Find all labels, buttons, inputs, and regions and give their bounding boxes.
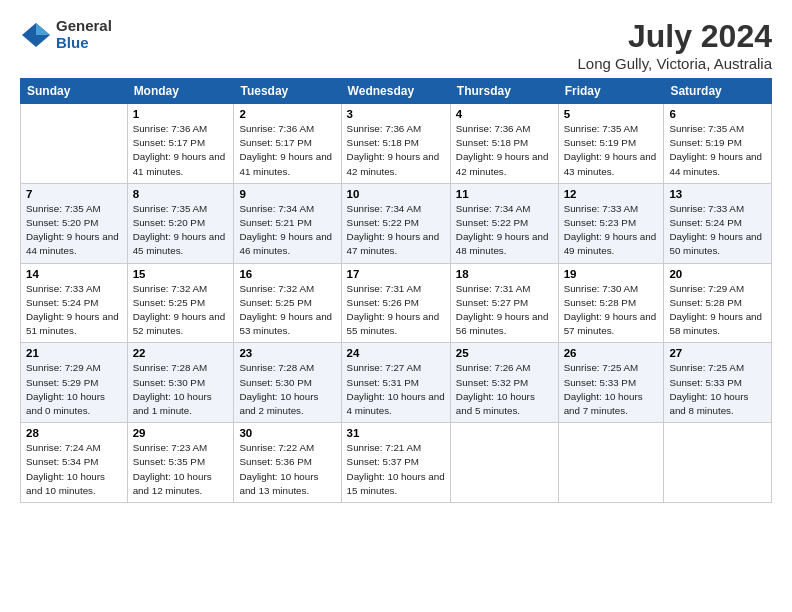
table-row: 17 Sunrise: 7:31 AMSunset: 5:26 PMDaylig…: [341, 263, 450, 343]
table-row: [450, 423, 558, 503]
day-number: 2: [239, 108, 335, 120]
day-number: 6: [669, 108, 766, 120]
day-info: Sunrise: 7:25 AMSunset: 5:33 PMDaylight:…: [564, 362, 643, 416]
day-info: Sunrise: 7:28 AMSunset: 5:30 PMDaylight:…: [239, 362, 318, 416]
table-row: 5 Sunrise: 7:35 AMSunset: 5:19 PMDayligh…: [558, 104, 664, 184]
table-row: 30 Sunrise: 7:22 AMSunset: 5:36 PMDaylig…: [234, 423, 341, 503]
day-number: 10: [347, 188, 445, 200]
calendar-week-row: 21 Sunrise: 7:29 AMSunset: 5:29 PMDaylig…: [21, 343, 772, 423]
day-info: Sunrise: 7:26 AMSunset: 5:32 PMDaylight:…: [456, 362, 535, 416]
table-row: [664, 423, 772, 503]
day-number: 30: [239, 427, 335, 439]
day-info: Sunrise: 7:21 AMSunset: 5:37 PMDaylight:…: [347, 442, 445, 496]
day-number: 19: [564, 268, 659, 280]
table-row: 28 Sunrise: 7:24 AMSunset: 5:34 PMDaylig…: [21, 423, 128, 503]
table-row: 7 Sunrise: 7:35 AMSunset: 5:20 PMDayligh…: [21, 183, 128, 263]
day-info: Sunrise: 7:33 AMSunset: 5:24 PMDaylight:…: [26, 283, 119, 337]
day-number: 24: [347, 347, 445, 359]
table-row: 3 Sunrise: 7:36 AMSunset: 5:18 PMDayligh…: [341, 104, 450, 184]
day-info: Sunrise: 7:35 AMSunset: 5:20 PMDaylight:…: [133, 203, 226, 257]
day-info: Sunrise: 7:36 AMSunset: 5:17 PMDaylight:…: [239, 123, 332, 177]
day-info: Sunrise: 7:31 AMSunset: 5:26 PMDaylight:…: [347, 283, 440, 337]
table-row: [21, 104, 128, 184]
day-number: 11: [456, 188, 553, 200]
table-row: 27 Sunrise: 7:25 AMSunset: 5:33 PMDaylig…: [664, 343, 772, 423]
day-info: Sunrise: 7:34 AMSunset: 5:21 PMDaylight:…: [239, 203, 332, 257]
day-number: 25: [456, 347, 553, 359]
day-number: 18: [456, 268, 553, 280]
day-number: 20: [669, 268, 766, 280]
table-row: 20 Sunrise: 7:29 AMSunset: 5:28 PMDaylig…: [664, 263, 772, 343]
day-number: 17: [347, 268, 445, 280]
day-info: Sunrise: 7:28 AMSunset: 5:30 PMDaylight:…: [133, 362, 212, 416]
table-row: 6 Sunrise: 7:35 AMSunset: 5:19 PMDayligh…: [664, 104, 772, 184]
header-monday: Monday: [127, 79, 234, 104]
day-info: Sunrise: 7:30 AMSunset: 5:28 PMDaylight:…: [564, 283, 657, 337]
day-info: Sunrise: 7:33 AMSunset: 5:24 PMDaylight:…: [669, 203, 762, 257]
day-info: Sunrise: 7:31 AMSunset: 5:27 PMDaylight:…: [456, 283, 549, 337]
calendar-table: Sunday Monday Tuesday Wednesday Thursday…: [20, 78, 772, 503]
logo-general-text: General: [56, 18, 112, 35]
day-info: Sunrise: 7:36 AMSunset: 5:18 PMDaylight:…: [347, 123, 440, 177]
calendar-week-row: 28 Sunrise: 7:24 AMSunset: 5:34 PMDaylig…: [21, 423, 772, 503]
day-info: Sunrise: 7:35 AMSunset: 5:20 PMDaylight:…: [26, 203, 119, 257]
day-info: Sunrise: 7:34 AMSunset: 5:22 PMDaylight:…: [456, 203, 549, 257]
header-saturday: Saturday: [664, 79, 772, 104]
table-row: 14 Sunrise: 7:33 AMSunset: 5:24 PMDaylig…: [21, 263, 128, 343]
table-row: 11 Sunrise: 7:34 AMSunset: 5:22 PMDaylig…: [450, 183, 558, 263]
day-info: Sunrise: 7:33 AMSunset: 5:23 PMDaylight:…: [564, 203, 657, 257]
table-row: 12 Sunrise: 7:33 AMSunset: 5:23 PMDaylig…: [558, 183, 664, 263]
table-row: [558, 423, 664, 503]
day-number: 4: [456, 108, 553, 120]
day-number: 27: [669, 347, 766, 359]
day-info: Sunrise: 7:32 AMSunset: 5:25 PMDaylight:…: [239, 283, 332, 337]
day-number: 21: [26, 347, 122, 359]
calendar-week-row: 1 Sunrise: 7:36 AMSunset: 5:17 PMDayligh…: [21, 104, 772, 184]
table-row: 9 Sunrise: 7:34 AMSunset: 5:21 PMDayligh…: [234, 183, 341, 263]
logo-text: General Blue: [56, 18, 112, 51]
calendar-header-row: Sunday Monday Tuesday Wednesday Thursday…: [21, 79, 772, 104]
table-row: 1 Sunrise: 7:36 AMSunset: 5:17 PMDayligh…: [127, 104, 234, 184]
subtitle: Long Gully, Victoria, Australia: [577, 55, 772, 72]
day-number: 22: [133, 347, 229, 359]
day-number: 29: [133, 427, 229, 439]
title-block: July 2024 Long Gully, Victoria, Australi…: [577, 18, 772, 72]
day-info: Sunrise: 7:22 AMSunset: 5:36 PMDaylight:…: [239, 442, 318, 496]
table-row: 13 Sunrise: 7:33 AMSunset: 5:24 PMDaylig…: [664, 183, 772, 263]
table-row: 16 Sunrise: 7:32 AMSunset: 5:25 PMDaylig…: [234, 263, 341, 343]
table-row: 8 Sunrise: 7:35 AMSunset: 5:20 PMDayligh…: [127, 183, 234, 263]
main-title: July 2024: [577, 18, 772, 55]
table-row: 29 Sunrise: 7:23 AMSunset: 5:35 PMDaylig…: [127, 423, 234, 503]
header-wednesday: Wednesday: [341, 79, 450, 104]
day-number: 26: [564, 347, 659, 359]
header-sunday: Sunday: [21, 79, 128, 104]
day-info: Sunrise: 7:36 AMSunset: 5:18 PMDaylight:…: [456, 123, 549, 177]
table-row: 15 Sunrise: 7:32 AMSunset: 5:25 PMDaylig…: [127, 263, 234, 343]
day-info: Sunrise: 7:25 AMSunset: 5:33 PMDaylight:…: [669, 362, 748, 416]
header-thursday: Thursday: [450, 79, 558, 104]
table-row: 4 Sunrise: 7:36 AMSunset: 5:18 PMDayligh…: [450, 104, 558, 184]
day-number: 9: [239, 188, 335, 200]
page: General Blue July 2024 Long Gully, Victo…: [0, 0, 792, 612]
table-row: 26 Sunrise: 7:25 AMSunset: 5:33 PMDaylig…: [558, 343, 664, 423]
table-row: 19 Sunrise: 7:30 AMSunset: 5:28 PMDaylig…: [558, 263, 664, 343]
table-row: 25 Sunrise: 7:26 AMSunset: 5:32 PMDaylig…: [450, 343, 558, 423]
day-number: 12: [564, 188, 659, 200]
calendar-week-row: 14 Sunrise: 7:33 AMSunset: 5:24 PMDaylig…: [21, 263, 772, 343]
day-number: 14: [26, 268, 122, 280]
day-info: Sunrise: 7:36 AMSunset: 5:17 PMDaylight:…: [133, 123, 226, 177]
day-number: 7: [26, 188, 122, 200]
logo: General Blue: [20, 18, 112, 51]
day-number: 3: [347, 108, 445, 120]
logo-icon: [20, 21, 52, 49]
day-number: 28: [26, 427, 122, 439]
day-info: Sunrise: 7:29 AMSunset: 5:28 PMDaylight:…: [669, 283, 762, 337]
day-info: Sunrise: 7:27 AMSunset: 5:31 PMDaylight:…: [347, 362, 445, 416]
day-info: Sunrise: 7:23 AMSunset: 5:35 PMDaylight:…: [133, 442, 212, 496]
day-info: Sunrise: 7:32 AMSunset: 5:25 PMDaylight:…: [133, 283, 226, 337]
table-row: 23 Sunrise: 7:28 AMSunset: 5:30 PMDaylig…: [234, 343, 341, 423]
calendar-week-row: 7 Sunrise: 7:35 AMSunset: 5:20 PMDayligh…: [21, 183, 772, 263]
day-info: Sunrise: 7:35 AMSunset: 5:19 PMDaylight:…: [564, 123, 657, 177]
day-number: 5: [564, 108, 659, 120]
day-number: 1: [133, 108, 229, 120]
